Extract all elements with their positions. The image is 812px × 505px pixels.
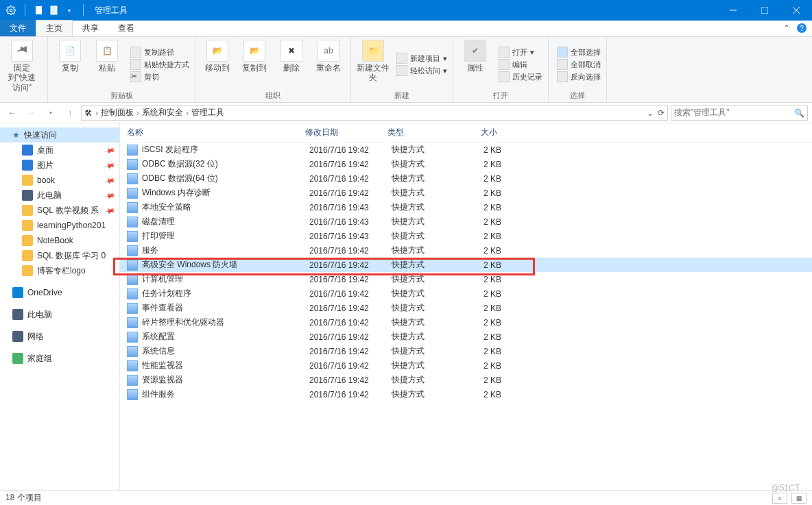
sidebar-item[interactable]: book📌 bbox=[0, 173, 119, 188]
new-folder-button[interactable]: 📁新建文件夹 bbox=[357, 40, 390, 83]
paste-button[interactable]: 📋粘贴 bbox=[91, 40, 123, 73]
help-icon[interactable]: ? bbox=[797, 23, 807, 33]
col-name[interactable]: 名称 bbox=[127, 127, 305, 138]
select-all-button[interactable]: 全部选择 bbox=[557, 47, 601, 58]
computer-icon bbox=[12, 309, 23, 320]
properties-button[interactable]: ✔属性 bbox=[459, 40, 492, 73]
sidebar-quick-access[interactable]: ★快速访问 bbox=[0, 127, 119, 143]
window-close-button[interactable] bbox=[780, 0, 812, 21]
copy-path-button[interactable]: 复制路径 bbox=[130, 47, 189, 58]
group-new-label: 新建 bbox=[357, 90, 447, 101]
sidebar-item[interactable]: 博客专栏logo bbox=[0, 263, 119, 278]
file-row[interactable]: 系统配置2016/7/16 19:42快捷方式2 KB bbox=[120, 330, 812, 344]
file-row[interactable]: 组件服务2016/7/16 19:42快捷方式2 KB bbox=[120, 387, 812, 402]
refresh-icon[interactable]: ⟳ bbox=[658, 108, 665, 118]
move-to-button[interactable]: 📂移动到 bbox=[201, 40, 234, 73]
sidebar-item[interactable]: learningPython201 bbox=[0, 218, 119, 233]
tab-file[interactable]: 文件 bbox=[0, 20, 36, 36]
sidebar-item[interactable]: NoteBook bbox=[0, 233, 119, 248]
address-dropdown-icon[interactable]: ⌄ bbox=[647, 108, 654, 118]
sidebar-item[interactable]: 桌面📌 bbox=[0, 143, 119, 158]
file-date: 2016/7/16 19:42 bbox=[309, 318, 392, 328]
view-tiles-button[interactable]: ▦ bbox=[791, 493, 807, 504]
nav-forward-button[interactable]: → bbox=[23, 105, 40, 121]
file-type: 快捷方式 bbox=[392, 317, 474, 328]
file-row[interactable]: 性能监视器2016/7/16 19:42快捷方式2 KB bbox=[120, 358, 812, 373]
file-size: 2 KB bbox=[474, 347, 529, 356]
view-details-button[interactable]: ≡ bbox=[772, 493, 787, 504]
file-row[interactable]: 打印管理2016/7/16 19:43快捷方式2 KB bbox=[120, 229, 812, 243]
rename-button[interactable]: ab重命名 bbox=[312, 40, 345, 73]
file-name: 性能监视器 bbox=[142, 360, 309, 371]
copy-to-button[interactable]: 📂复制到 bbox=[238, 40, 271, 73]
qat-dropdown-icon[interactable]: ▾ bbox=[64, 5, 75, 16]
file-row[interactable]: 资源监视器2016/7/16 19:42快捷方式2 KB bbox=[120, 373, 812, 387]
qat-properties-icon[interactable] bbox=[49, 5, 60, 16]
file-row[interactable]: iSCSI 发起程序2016/7/16 19:42快捷方式2 KB bbox=[120, 143, 812, 157]
group-select-label: 选择 bbox=[554, 90, 601, 101]
sidebar-item[interactable]: 此电脑📌 bbox=[0, 188, 119, 203]
file-row[interactable]: ODBC 数据源(64 位)2016/7/16 19:42快捷方式2 KB bbox=[120, 171, 812, 186]
col-date[interactable]: 修改日期 bbox=[305, 127, 387, 138]
pin-to-quick-button[interactable]: 固定到"快速访问" bbox=[5, 40, 38, 93]
tab-share[interactable]: 共享 bbox=[73, 20, 108, 36]
file-row[interactable]: 本地安全策略2016/7/16 19:43快捷方式2 KB bbox=[120, 200, 812, 214]
file-type: 快捷方式 bbox=[392, 144, 474, 156]
sidebar-item[interactable]: 图片📌 bbox=[0, 158, 119, 173]
pin-icon: 📌 bbox=[104, 175, 115, 186]
nav-recent-button[interactable]: ▾ bbox=[43, 105, 59, 121]
col-size[interactable]: 大小 bbox=[470, 127, 525, 138]
file-type: 快捷方式 bbox=[392, 302, 474, 314]
select-none-button[interactable]: 全部取消 bbox=[557, 59, 601, 70]
sidebar-item[interactable]: SQL 教学视频 系📌 bbox=[0, 203, 119, 218]
ribbon-collapse-icon[interactable]: ⌃ bbox=[783, 23, 790, 33]
window-settings-icon[interactable] bbox=[5, 5, 16, 16]
file-size: 2 KB bbox=[474, 332, 529, 342]
file-row[interactable]: ODBC 数据源(32 位)2016/7/16 19:42快捷方式2 KB bbox=[120, 157, 812, 171]
window-minimize-button[interactable] bbox=[717, 0, 749, 21]
nav-back-button[interactable]: ← bbox=[4, 105, 21, 121]
sidebar-thispc[interactable]: 此电脑 bbox=[0, 307, 119, 322]
invert-selection-button[interactable]: 反向选择 bbox=[557, 71, 601, 82]
file-date: 2016/7/16 19:42 bbox=[309, 275, 392, 284]
sidebar-homegroup[interactable]: 家庭组 bbox=[0, 351, 119, 366]
delete-button[interactable]: ✖删除 bbox=[275, 40, 308, 73]
column-headers[interactable]: 名称 修改日期 类型 大小 bbox=[120, 123, 812, 143]
file-row[interactable]: 磁盘清理2016/7/16 19:43快捷方式2 KB bbox=[120, 214, 812, 229]
search-input[interactable]: 搜索"管理工具" 🔍 bbox=[671, 106, 808, 121]
easy-access-button[interactable]: 轻松访问 ▾ bbox=[396, 65, 447, 76]
file-row[interactable]: Windows 内存诊断2016/7/16 19:42快捷方式2 KB bbox=[120, 186, 812, 200]
sidebar-network[interactable]: 网络 bbox=[0, 329, 119, 344]
copy-button[interactable]: 📄复制 bbox=[53, 40, 86, 73]
sidebar-item[interactable]: SQL 数据库 学习 0 bbox=[0, 248, 119, 263]
address-field[interactable]: 🛠› 控制面板› 系统和安全› 管理工具 ⌄ ⟳ bbox=[81, 106, 668, 121]
folder-icon bbox=[22, 235, 33, 246]
file-type: 快捷方式 bbox=[392, 331, 474, 343]
new-item-button[interactable]: 新建项目 ▾ bbox=[396, 53, 447, 64]
cloud-icon bbox=[12, 287, 23, 298]
open-button[interactable]: 打开 ▾ bbox=[499, 47, 542, 58]
paste-shortcut-button[interactable]: 粘贴快捷方式 bbox=[130, 59, 189, 70]
file-row[interactable]: 任务计划程序2016/7/16 19:42快捷方式2 KB bbox=[120, 286, 812, 301]
file-row[interactable]: 系统信息2016/7/16 19:42快捷方式2 KB bbox=[120, 344, 812, 358]
cut-button[interactable]: ✂剪切 bbox=[130, 71, 189, 82]
file-size: 2 KB bbox=[474, 246, 529, 256]
watermark: @51CT bbox=[771, 483, 800, 493]
window-maximize-button[interactable] bbox=[749, 0, 780, 21]
tab-home[interactable]: 主页 bbox=[36, 20, 73, 36]
tab-view[interactable]: 查看 bbox=[108, 20, 144, 36]
file-row[interactable]: 碎片整理和优化驱动器2016/7/16 19:42快捷方式2 KB bbox=[120, 315, 812, 330]
file-row[interactable]: 计算机管理2016/7/16 19:42快捷方式2 KB bbox=[120, 272, 812, 286]
edit-button[interactable]: 编辑 bbox=[499, 59, 542, 70]
file-row[interactable]: 服务2016/7/16 19:42快捷方式2 KB bbox=[120, 243, 812, 258]
history-button[interactable]: 历史记录 bbox=[499, 71, 542, 82]
file-row[interactable]: 事件查看器2016/7/16 19:42快捷方式2 KB bbox=[120, 301, 812, 315]
file-date: 2016/7/16 19:43 bbox=[309, 203, 392, 212]
nav-up-button[interactable]: ↑ bbox=[62, 105, 78, 121]
col-type[interactable]: 类型 bbox=[387, 127, 470, 138]
qat-newfile-icon[interactable] bbox=[34, 5, 45, 16]
file-row[interactable]: 高级安全 Windows 防火墙2016/7/16 19:42快捷方式2 KB bbox=[120, 258, 812, 272]
sidebar-onedrive[interactable]: OneDrive bbox=[0, 285, 119, 300]
file-name: 高级安全 Windows 防火墙 bbox=[142, 259, 309, 271]
file-size: 2 KB bbox=[474, 361, 529, 371]
